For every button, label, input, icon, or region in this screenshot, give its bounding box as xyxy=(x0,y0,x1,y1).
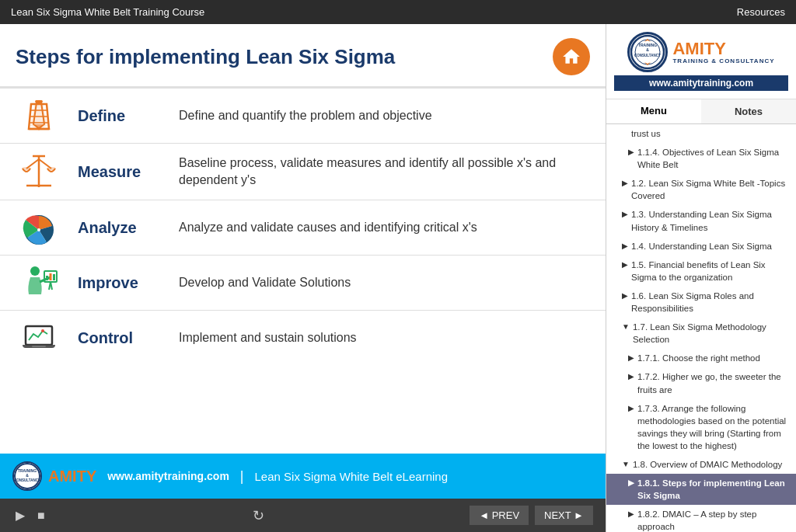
step-name-analyze: Analyze xyxy=(78,219,163,237)
menu-label: 1.8.1. Steps for implementing Lean Six S… xyxy=(637,477,788,502)
menu-arrow: ▶ xyxy=(622,290,628,301)
person-chart-icon xyxy=(19,263,58,302)
home-icon xyxy=(561,47,581,67)
tab-menu[interactable]: Menu xyxy=(606,99,701,123)
controls-center: ↻ xyxy=(253,507,264,524)
menu-arrow: ▶ xyxy=(628,403,634,414)
menu-item-understanding-lean[interactable]: ▶ 1.4. Understanding Lean Six Sigma xyxy=(606,237,796,256)
menu-item-methodology-selection[interactable]: ▼ 1.7. Lean Six Sigma Methodology Select… xyxy=(606,318,796,349)
footer-brand: AMITY xyxy=(48,468,96,485)
amity-url-bar[interactable]: www.amitytraining.com xyxy=(614,75,788,91)
svg-text:CONSULTANCY: CONSULTANCY xyxy=(635,54,662,57)
menu-label: 1.8. Overview of DMAIC Methodology xyxy=(633,458,782,471)
menu-item-dmaic-overview[interactable]: ▼ 1.8. Overview of DMAIC Methodology xyxy=(606,455,796,474)
svg-point-14 xyxy=(47,167,56,170)
stop-button[interactable]: ■ xyxy=(34,506,48,526)
svg-point-26 xyxy=(41,329,44,332)
menu-label: 1.8.2. DMAIC – A step by step approach xyxy=(637,508,788,532)
menu-item-sweeter-fruits[interactable]: ▶ 1.7.2. Higher we go, the sweeter the f… xyxy=(606,367,796,398)
svg-line-24 xyxy=(51,282,52,290)
step-icon-analyze xyxy=(16,208,62,247)
menu-item-objectives[interactable]: ▶ 1.1.4. Objectives of Lean Six Sigma Wh… xyxy=(606,143,796,174)
svg-rect-28 xyxy=(32,346,46,347)
amity-sub: TRAINING & CONSULTANCY xyxy=(672,57,774,64)
controls-bar: ▶ ■ ↻ ◄ PREV NEXT ► xyxy=(0,499,606,532)
step-row-improve: Improve Develop and Validate Solutions xyxy=(0,256,606,311)
footer-course-name: Lean Six Sigma White Belt eLearning xyxy=(255,470,448,483)
step-desc-measure: Baseline process, validate measures and … xyxy=(179,155,590,190)
step-icon-improve xyxy=(16,263,62,302)
menu-label: 1.4. Understanding Lean Six Sigma xyxy=(631,240,772,252)
step-desc-define: Define and quantify the problem and obje… xyxy=(179,107,432,124)
svg-point-13 xyxy=(22,167,31,170)
menu-item-roles[interactable]: ▶ 1.6. Lean Six Sigma Roles and Responsi… xyxy=(606,287,796,318)
refresh-button[interactable]: ↻ xyxy=(253,507,264,524)
svg-rect-22 xyxy=(53,274,55,280)
step-name-define: Define xyxy=(78,107,163,125)
menu-arrow: ▶ xyxy=(628,371,634,382)
step-desc-analyze: Analyze and validate causes and identify… xyxy=(179,219,477,236)
home-button[interactable] xyxy=(553,38,590,75)
pie-chart-icon xyxy=(19,208,58,247)
menu-arrow: ▶ xyxy=(622,209,628,220)
slide-title: Steps for implementing Lean Six Sigma xyxy=(16,45,395,69)
menu-arrow: ▼ xyxy=(622,459,630,470)
menu-label: 1.7.1. Choose the right method xyxy=(637,352,760,364)
play-button[interactable]: ▶ xyxy=(12,505,28,526)
controls-left: ▶ ■ xyxy=(12,505,48,526)
menu-arrow: ▶ xyxy=(622,259,628,270)
menu-item-dmaic-step-by-step[interactable]: ▶ 1.8.2. DMAIC – A step by step approach xyxy=(606,505,796,532)
menu-label: 1.7.2. Higher we go, the sweeter the fru… xyxy=(637,370,788,395)
svg-text:&: & xyxy=(647,47,650,52)
footer-logo: TRAINING & CONSULTANCY AMITY xyxy=(12,461,96,491)
step-icon-control xyxy=(16,318,62,357)
course-title: Lean Six Sigma White Belt Training Cours… xyxy=(11,6,204,18)
menu-label: 1.3. Understanding Lean Six Sigma Histor… xyxy=(631,208,788,233)
footer-logo-circle: TRAINING & CONSULTANCY xyxy=(12,461,42,491)
amity-name: AMITY xyxy=(672,40,774,57)
steps-table: Define Define and quantify the problem a… xyxy=(0,89,606,454)
menu-arrow: ▶ xyxy=(622,178,628,189)
tab-notes[interactable]: Notes xyxy=(701,99,796,123)
right-sidebar: TRAINING & CONSULTANCY AMITY TRAINING & … xyxy=(606,24,796,532)
menu-item-topics-covered[interactable]: ▶ 1.2. Lean Six Sigma White Belt -Topics… xyxy=(606,174,796,205)
menu-label: trust us xyxy=(631,127,661,140)
svg-text:CONSULTANCY: CONSULTANCY xyxy=(14,478,40,482)
menu-label: 1.7. Lean Six Sigma Methodology Selectio… xyxy=(633,321,788,346)
menu-arrow: ▶ xyxy=(628,147,634,158)
menu-label: 1.6. Lean Six Sigma Roles and Responsibi… xyxy=(631,290,788,315)
slide-area: Steps for implementing Lean Six Sigma xyxy=(0,24,606,499)
svg-rect-20 xyxy=(46,276,48,280)
laptop-icon xyxy=(19,318,58,357)
menu-item-trust-us[interactable]: trust us xyxy=(606,124,796,143)
menu-item-history-timelines[interactable]: ▶ 1.3. Understanding Lean Six Sigma Hist… xyxy=(606,205,796,236)
sidebar-logo-area: TRAINING & CONSULTANCY AMITY TRAINING & … xyxy=(606,24,796,99)
step-name-measure: Measure xyxy=(78,163,163,181)
sidebar-menu: trust us ▶ 1.1.4. Objectives of Lean Six… xyxy=(606,124,796,532)
top-bar: Lean Six Sigma White Belt Training Cours… xyxy=(0,0,796,24)
menu-item-arrange-methodologies[interactable]: ▶ 1.7.3. Arrange the following methodolo… xyxy=(606,399,796,455)
step-icon-define xyxy=(16,96,62,135)
step-row-define: Define Define and quantify the problem a… xyxy=(0,89,606,144)
footer-url: www.amitytraining.com xyxy=(107,470,229,482)
svg-rect-21 xyxy=(50,273,52,280)
step-row-analyze: Analyze Analyze and validate causes and … xyxy=(0,200,606,256)
svg-marker-39 xyxy=(644,62,651,65)
amity-circle-logo: TRAINING & CONSULTANCY xyxy=(627,32,668,72)
menu-arrow: ▶ xyxy=(628,509,634,520)
slide-header: Steps for implementing Lean Six Sigma xyxy=(0,24,606,89)
resources-link[interactable]: Resources xyxy=(737,6,785,18)
svg-text:&: & xyxy=(26,473,29,478)
menu-item-steps-implementing[interactable]: ▶ 1.8.1. Steps for implementing Lean Six… xyxy=(606,474,796,505)
menu-item-choose-method[interactable]: ▶ 1.7.1. Choose the right method xyxy=(606,349,796,367)
step-desc-control: Implement and sustain solutions xyxy=(179,329,357,346)
amity-logo: TRAINING & CONSULTANCY AMITY TRAINING & … xyxy=(627,32,774,72)
menu-label: 1.1.4. Objectives of Lean Six Sigma Whit… xyxy=(637,146,788,171)
next-button[interactable]: NEXT ► xyxy=(535,506,593,525)
controls-right: ◄ PREV NEXT ► xyxy=(470,506,593,525)
footer-separator: | xyxy=(240,468,244,485)
menu-item-financial-benefits[interactable]: ▶ 1.5. Financial benefits of Lean Six Si… xyxy=(606,256,796,287)
prev-button[interactable]: ◄ PREV xyxy=(470,506,529,525)
step-icon-measure xyxy=(16,151,62,192)
svg-point-17 xyxy=(30,266,40,276)
